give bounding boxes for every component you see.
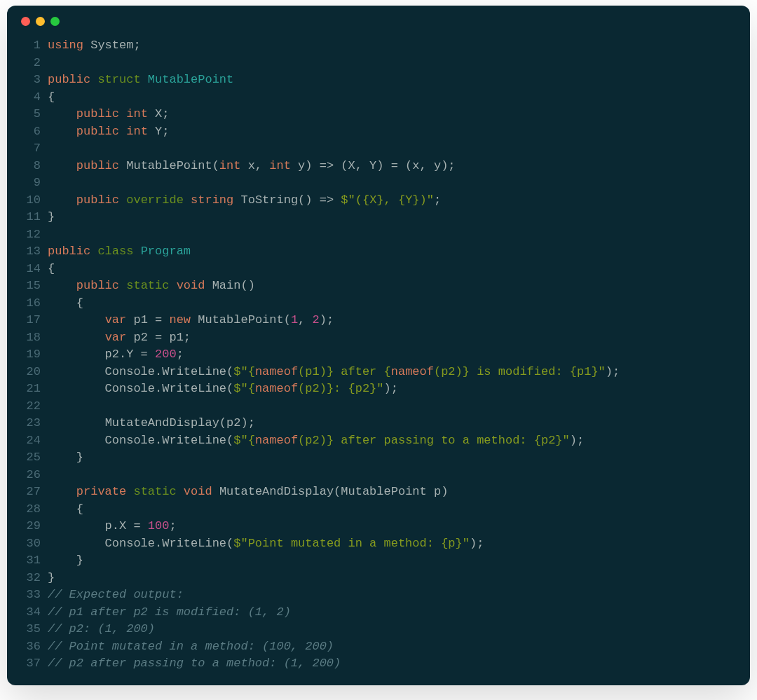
code-content: var p2 = p1; [48,329,191,347]
code-token: { [48,296,83,310]
code-token: ( [334,485,341,498]
code-token: () [240,279,254,292]
code-token: // Expected output: [48,588,184,601]
code-content [48,467,55,484]
code-token: { [48,90,55,104]
code-token: public [48,245,97,258]
code-token: class [97,245,140,258]
code-token: { [48,502,83,516]
line-number: 21 [7,380,48,398]
code-token: ( [284,313,291,327]
code-token: MutablePoint [126,159,212,172]
code-token: public [76,125,126,138]
code-token: $" [233,365,247,378]
code-token: " [563,434,570,447]
code-token: { [248,365,255,378]
code-token: 2 [313,313,320,327]
code-token: int [126,125,155,138]
line-number: 34 [7,604,48,622]
line-number: 9 [7,174,48,192]
code-token: y) => (X, Y) = (x, y); [298,159,455,172]
line-number: 7 [7,140,48,158]
line-number: 35 [7,621,48,638]
code-token: is modified: [470,365,570,378]
code-token: ); [320,313,334,327]
code-content: p.X = 100; [48,518,177,535]
code-token: (p1)} [298,365,334,378]
code-content: { [48,501,83,519]
code-token: int [219,159,248,172]
line-number: 32 [7,570,48,587]
line-number: 15 [7,277,48,295]
code-token: 100 [148,519,170,533]
line-number: 18 [7,329,48,347]
code-token [48,279,76,292]
code-content [48,140,55,158]
line-number: 29 [7,518,48,535]
code-token: Console. [48,537,162,550]
code-line: 23 MutateAndDisplay(p2); [7,415,750,432]
minimize-icon[interactable] [36,17,45,26]
code-token: ; [177,348,184,361]
code-content: public struct MutablePoint [48,71,233,89]
code-token: int [269,159,298,172]
code-token: {Y} [398,193,420,207]
code-token [48,485,76,498]
code-line: 20 Console.WriteLine($"{nameof(p1)} afte… [7,364,750,381]
code-line: 21 Console.WriteLine($"{nameof(p2)}: {p2… [7,380,750,398]
code-token: // p2: (1, 200) [48,622,155,636]
zoom-icon[interactable] [50,17,60,26]
code-token: { [384,365,391,378]
line-number: 25 [7,449,48,467]
code-token: nameof [255,365,298,378]
code-line: 36// Point mutated in a method: (100, 20… [7,638,750,656]
code-token [48,125,76,138]
line-number: 13 [7,243,48,261]
code-token: Program [141,245,191,258]
code-token: var [105,331,134,344]
code-line: 8 public MutablePoint(int x, int y) => (… [7,158,750,175]
code-token: " [463,537,470,550]
code-token: {p2} [534,434,563,447]
code-line: 13public class Program [7,243,750,261]
code-token: public [76,193,126,207]
code-token: , [298,313,312,327]
code-line: 35// p2: (1, 200) [7,621,750,638]
code-content: Console.WriteLine($"Point mutated in a m… [48,535,484,553]
line-number: 8 [7,158,48,175]
code-token: { [248,382,255,395]
code-token: {p} [441,537,463,550]
code-token: p2.Y = [48,348,155,361]
code-token: new [169,313,198,327]
code-line: 24 Console.WriteLine($"{nameof(p2)} afte… [7,432,750,450]
line-number: 10 [7,192,48,210]
code-content: // Point mutated in a method: (100, 200) [48,638,334,656]
line-number: 37 [7,655,48,673]
line-number: 3 [7,71,48,89]
line-number: 36 [7,638,48,656]
code-content [48,226,55,244]
code-line: 15 public static void Main() [7,277,750,295]
code-content: using System; [48,37,141,55]
close-icon[interactable] [21,17,30,26]
code-token: static [133,485,183,498]
code-window: 1using System;2 3public struct MutablePo… [7,6,750,685]
traffic-lights [7,6,750,33]
code-content [48,398,55,416]
code-content: var p1 = new MutablePoint(1, 2); [48,312,334,329]
code-token: ); [384,382,398,395]
code-token: nameof [255,434,298,447]
code-token [48,416,105,430]
code-token: WriteLine [162,434,226,447]
code-token: } [48,451,83,464]
code-token: // p2 after passing to a method: (1, 200… [48,657,341,670]
code-line: 19 p2.Y = 200; [7,346,750,364]
code-content: Console.WriteLine($"{nameof(p2)}: {p2}")… [48,380,398,398]
code-token: override [126,193,191,207]
code-token: public [48,73,97,86]
line-number: 26 [7,467,48,484]
code-line: 6 public int Y; [7,123,750,141]
code-line: 16 { [7,295,750,313]
code-content: public MutablePoint(int x, int y) => (X,… [48,158,456,175]
code-token: public [76,279,126,292]
